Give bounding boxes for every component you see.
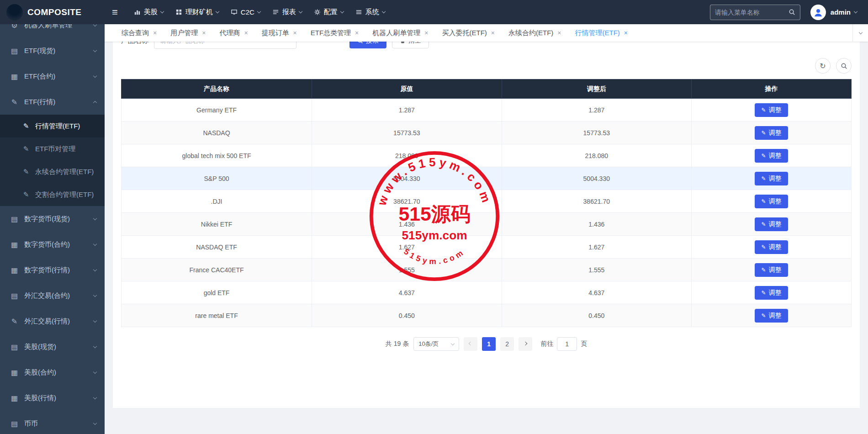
adjusted-value-cell: 1.436 bbox=[502, 213, 691, 236]
edit-icon: ✎ bbox=[761, 199, 766, 204]
nav-item-reports[interactable]: 报表 bbox=[266, 0, 308, 24]
gear-icon bbox=[314, 9, 321, 16]
original-value-cell: 15773.53 bbox=[312, 122, 502, 144]
col-header-product: 产品名称 bbox=[122, 79, 312, 99]
sidebar-item-coin-coin[interactable]: ▤ 币币 bbox=[0, 411, 105, 434]
adjust-button[interactable]: ✎调整 bbox=[755, 172, 788, 185]
close-icon[interactable]: × bbox=[624, 30, 628, 36]
tab-item-6[interactable]: 买入委托(ETF)× bbox=[435, 24, 502, 42]
sidebar-toggle-icon[interactable]: ≡ bbox=[112, 7, 118, 17]
sidebar-item-crypto-spot[interactable]: ▤ 数字货币(现货) bbox=[0, 206, 105, 232]
grid-icon: ▤ bbox=[10, 215, 19, 223]
nav-item-label: 配置 bbox=[324, 8, 338, 16]
page-button-1[interactable]: 1 bbox=[482, 337, 496, 351]
total-count: 共 19 条 bbox=[386, 340, 409, 348]
nav-item-system[interactable]: 系统 bbox=[349, 0, 391, 24]
tab-item-3[interactable]: 提现订单× bbox=[255, 24, 304, 42]
pagination: 共 19 条 10条/页 1 2 前往 页 bbox=[121, 337, 852, 351]
close-icon[interactable]: × bbox=[424, 30, 428, 36]
page-button-2[interactable]: 2 bbox=[500, 337, 514, 351]
sidebar-item-usstock-market[interactable]: ▦ 美股(行情) bbox=[0, 385, 105, 411]
sidebar-item-etf-pair-mgmt[interactable]: ✎ ETF币对管理 bbox=[0, 138, 105, 160]
adjust-button[interactable]: ✎调整 bbox=[755, 149, 788, 163]
nav-item-label: 报表 bbox=[282, 8, 296, 16]
sidebar-item-delivery-mgmt-etf[interactable]: ✎ 交割合约管理(ETF) bbox=[0, 183, 105, 206]
sidebar-item-etf-market[interactable]: ✎ ETF(行情) bbox=[0, 89, 105, 115]
tab-item-2[interactable]: 代理商× bbox=[212, 24, 254, 42]
edit-icon: ✎ bbox=[10, 317, 19, 326]
menu-search-input[interactable] bbox=[715, 9, 789, 16]
zoom-search-button[interactable] bbox=[836, 58, 852, 74]
adjust-button[interactable]: ✎调整 bbox=[755, 103, 788, 117]
table-row: France CAC40ETF 1.555 1.555 ✎调整 bbox=[122, 259, 852, 281]
sidebar-item-forex-contract[interactable]: ▤ 外汇交易(合约) bbox=[0, 283, 105, 308]
tab-item-4[interactable]: ETF总类管理× bbox=[304, 24, 366, 42]
goto-label: 前往 bbox=[540, 340, 553, 348]
chevron-down-icon[interactable] bbox=[854, 10, 857, 13]
actions-cell: ✎调整 bbox=[692, 190, 852, 213]
prev-page-button[interactable] bbox=[464, 337, 477, 351]
page-suffix-label: 页 bbox=[581, 340, 587, 348]
adjust-button[interactable]: ✎调整 bbox=[755, 309, 788, 323]
sidebar-item-crypto-contract[interactable]: ▦ 数字货币(合约) bbox=[0, 232, 105, 257]
chevron-down-icon bbox=[160, 10, 164, 13]
adjust-button[interactable]: ✎调整 bbox=[755, 240, 788, 254]
sidebar-item-etf-contract[interactable]: ▦ ETF(合约) bbox=[0, 64, 105, 89]
sidebar-item-forex-market[interactable]: ✎ 外汇交易(行情) bbox=[0, 308, 105, 334]
next-page-button[interactable] bbox=[519, 337, 532, 351]
sidebar-item-usstock-contract[interactable]: ▦ 美股(合约) bbox=[0, 360, 105, 385]
sidebar-item-market-mgmt-etf[interactable]: ✎ 行情管理(ETF) bbox=[0, 115, 105, 138]
refresh-button[interactable]: ↻ bbox=[815, 58, 831, 74]
content-area: 产品名称 搜索 清空 ↻ bbox=[105, 42, 868, 434]
edit-icon: ✎ bbox=[761, 176, 766, 181]
adjust-button[interactable]: ✎调整 bbox=[755, 217, 788, 231]
nav-item-mining[interactable]: 理财矿机 bbox=[169, 0, 225, 24]
grid-icon: ▤ bbox=[10, 47, 19, 55]
search-button[interactable]: 搜索 bbox=[349, 42, 386, 48]
chevron-down-icon bbox=[93, 318, 97, 322]
table-row-highlighted: S&P 500 5004.330 5004.330 ✎调整 bbox=[122, 167, 852, 190]
tab-item-0[interactable]: 综合查询× bbox=[115, 24, 164, 42]
search-icon[interactable] bbox=[789, 9, 795, 16]
tabs-dropdown-button[interactable] bbox=[852, 24, 868, 42]
avatar[interactable] bbox=[810, 5, 826, 20]
table-row: NASDAQ 15773.53 15773.53 ✎调整 bbox=[122, 122, 852, 144]
original-value-cell: 38621.70 bbox=[312, 190, 502, 213]
tab-item-8-active[interactable]: 行情管理(ETF)× bbox=[568, 24, 635, 42]
tab-item-5[interactable]: 机器人刷单管理× bbox=[365, 24, 435, 42]
original-value-cell: 1.436 bbox=[312, 213, 502, 236]
product-name-input[interactable] bbox=[154, 42, 296, 49]
clear-button[interactable]: 清空 bbox=[392, 42, 429, 48]
close-icon[interactable]: × bbox=[355, 30, 359, 36]
sidebar-item-etf-spot[interactable]: ▤ ETF(现货) bbox=[0, 38, 105, 64]
adjust-button[interactable]: ✎调整 bbox=[755, 126, 788, 140]
close-icon[interactable]: × bbox=[557, 30, 561, 36]
user-name[interactable]: admin bbox=[831, 8, 851, 16]
close-icon[interactable]: × bbox=[202, 30, 206, 36]
col-header-actions: 操作 bbox=[692, 79, 852, 99]
close-icon[interactable]: × bbox=[491, 30, 495, 36]
adjust-button[interactable]: ✎调整 bbox=[755, 195, 788, 208]
close-icon[interactable]: × bbox=[153, 30, 157, 36]
sidebar-item-usstock-spot[interactable]: ▤ 美股(现货) bbox=[0, 334, 105, 360]
adjust-button[interactable]: ✎调整 bbox=[755, 286, 788, 300]
page-size-select[interactable]: 10条/页 bbox=[413, 337, 459, 351]
close-icon[interactable]: × bbox=[244, 30, 248, 36]
adjust-button[interactable]: ✎调整 bbox=[755, 263, 788, 277]
goto-page-input[interactable] bbox=[557, 337, 577, 351]
chevron-down-icon bbox=[93, 216, 97, 220]
logo-text: COMPOSITE bbox=[27, 7, 82, 17]
close-icon[interactable]: × bbox=[293, 30, 297, 36]
sidebar-item-crypto-market[interactable]: ▦ 数字货币(行情) bbox=[0, 257, 105, 283]
card-icon: ▦ bbox=[10, 394, 19, 402]
sidebar-item-robot-order-mgmt[interactable]: ⚙ 机器人刷单管理 bbox=[0, 24, 105, 38]
tab-item-1[interactable]: 用户管理× bbox=[164, 24, 212, 42]
sidebar-item-perpetual-mgmt-etf[interactable]: ✎ 永续合约管理(ETF) bbox=[0, 160, 105, 183]
nav-item-config[interactable]: 配置 bbox=[308, 0, 349, 24]
original-value-cell: 1.555 bbox=[312, 259, 502, 281]
adjusted-value-cell: 4.637 bbox=[502, 281, 691, 304]
card-icon: ▦ bbox=[10, 266, 19, 275]
nav-item-us-stock[interactable]: 美股 bbox=[128, 0, 169, 24]
tab-item-7[interactable]: 永续合约(ETF)× bbox=[502, 24, 568, 42]
nav-item-c2c[interactable]: C2C bbox=[225, 0, 266, 24]
